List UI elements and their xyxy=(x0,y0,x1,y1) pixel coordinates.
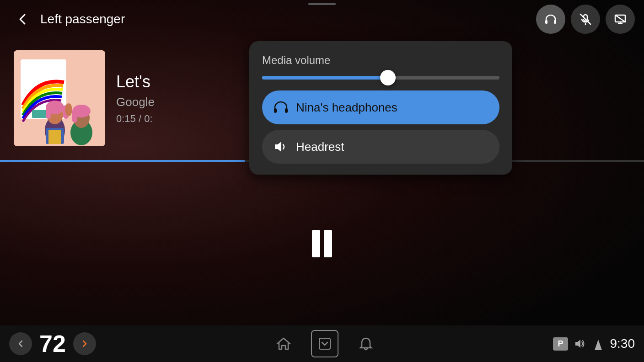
status-right: P 9:30 xyxy=(553,336,635,351)
pause-bar-left xyxy=(312,230,320,257)
volume-popup: Media volume Nina's headphones Headrest xyxy=(249,41,512,175)
headphones-icon xyxy=(273,100,289,115)
volume-status-icon xyxy=(574,337,586,350)
track-time: 0:15 / 0: xyxy=(116,113,155,125)
p-badge: P xyxy=(553,337,568,351)
top-right-icons xyxy=(536,5,635,34)
status-center xyxy=(96,330,553,357)
home-button[interactable] xyxy=(270,330,297,357)
headphones-button[interactable] xyxy=(536,5,565,34)
channel-next-button[interactable] xyxy=(73,332,96,355)
screen-off-button[interactable] xyxy=(606,5,635,34)
track-info: Let's Google 0:15 / 0: xyxy=(116,72,155,125)
album-art xyxy=(14,50,105,146)
svg-rect-22 xyxy=(72,110,77,122)
svg-marker-28 xyxy=(595,340,602,350)
svg-line-7 xyxy=(615,15,625,22)
svg-rect-17 xyxy=(48,130,61,144)
svg-rect-24 xyxy=(285,108,288,113)
progress-bar-fill xyxy=(0,160,245,162)
playback-area xyxy=(0,162,644,325)
svg-rect-10 xyxy=(32,110,48,118)
pause-bar-right xyxy=(324,230,332,257)
status-bar: 72 P xyxy=(0,325,644,362)
track-artist: Google xyxy=(116,95,155,109)
volume-slider-fill xyxy=(262,76,388,80)
volume-slider-thumb[interactable] xyxy=(380,70,396,85)
volume-label: Media volume xyxy=(262,54,499,67)
svg-rect-23 xyxy=(274,108,277,113)
volume-slider-track xyxy=(262,76,499,80)
signal-icon xyxy=(592,337,605,350)
svg-rect-14 xyxy=(46,105,51,119)
dropdown-button[interactable] xyxy=(311,330,338,357)
svg-point-18 xyxy=(65,103,72,116)
time-display: 9:30 xyxy=(610,336,635,351)
svg-rect-1 xyxy=(554,20,556,24)
back-button[interactable] xyxy=(9,5,37,33)
page-title: Left passenger xyxy=(40,12,125,27)
output-ninas-headphones[interactable]: Nina's headphones xyxy=(262,90,499,124)
volume-slider-container[interactable] xyxy=(262,76,499,80)
pause-button[interactable] xyxy=(312,230,332,257)
track-title: Let's xyxy=(116,72,155,91)
svg-marker-27 xyxy=(575,340,580,348)
svg-rect-0 xyxy=(545,20,547,24)
headrest-label: Headrest xyxy=(296,140,344,154)
ninas-headphones-label: Nina's headphones xyxy=(296,101,397,115)
channel-number: 72 xyxy=(39,330,66,357)
channel-prev-button[interactable] xyxy=(9,332,32,355)
speaker-icon xyxy=(273,139,289,154)
svg-rect-26 xyxy=(319,338,330,349)
mic-off-button[interactable] xyxy=(571,5,600,34)
top-bar: Left passenger xyxy=(0,0,644,38)
output-headrest[interactable]: Headrest xyxy=(262,130,499,164)
status-left: 72 xyxy=(9,330,96,357)
notifications-button[interactable] xyxy=(352,330,380,357)
pause-icon xyxy=(312,230,332,257)
svg-marker-25 xyxy=(275,142,281,152)
